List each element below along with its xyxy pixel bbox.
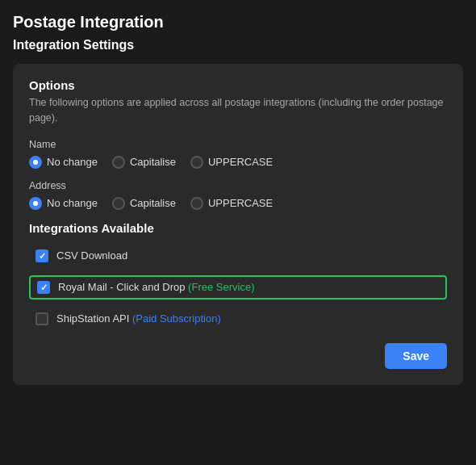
address-uppercase-radio[interactable]	[190, 197, 203, 210]
page-container: Postage Integration Integration Settings…	[13, 13, 463, 385]
address-capitalise-option[interactable]: Capitalise	[112, 197, 176, 210]
name-no-change-option[interactable]: No change	[29, 156, 98, 169]
paid-badge: (Paid Subscription)	[132, 312, 221, 325]
name-label: Name	[29, 139, 447, 150]
name-uppercase-radio[interactable]	[190, 156, 203, 169]
options-title: Options	[29, 78, 447, 92]
settings-card: Options The following options are applie…	[13, 64, 463, 385]
address-no-change-radio[interactable]	[29, 197, 42, 210]
address-capitalise-label: Capitalise	[130, 197, 176, 209]
options-description: The following options are applied across…	[29, 95, 447, 126]
shipstation-label: ShipStation API (Paid Subscription)	[56, 312, 221, 325]
section-title: Integration Settings	[13, 38, 463, 52]
name-uppercase-option[interactable]: UPPERCASE	[190, 156, 273, 169]
name-uppercase-label: UPPERCASE	[208, 156, 273, 168]
address-no-change-label: No change	[47, 197, 98, 209]
name-no-change-label: No change	[47, 156, 98, 168]
address-no-change-option[interactable]: No change	[29, 197, 98, 210]
page-title: Postage Integration	[13, 13, 463, 31]
name-radio-group: No change Capitalise UPPERCASE	[29, 156, 447, 169]
save-button[interactable]: Save	[385, 343, 447, 369]
address-capitalise-radio[interactable]	[112, 197, 125, 210]
free-badge: (Free Service)	[188, 281, 254, 293]
address-radio-group: No change Capitalise UPPERCASE	[29, 197, 447, 210]
name-capitalise-option[interactable]: Capitalise	[112, 156, 176, 169]
address-uppercase-option[interactable]: UPPERCASE	[190, 197, 273, 210]
csv-download-row: CSV Download	[29, 245, 447, 267]
royal-mail-row: Royal Mail - Click and Drop (Free Servic…	[29, 275, 447, 300]
address-label: Address	[29, 180, 447, 191]
name-no-change-radio[interactable]	[29, 156, 42, 169]
royal-mail-checkbox[interactable]	[37, 281, 50, 294]
address-uppercase-label: UPPERCASE	[208, 197, 273, 209]
shipstation-row: ShipStation API (Paid Subscription)	[29, 308, 447, 330]
csv-download-checkbox[interactable]	[35, 249, 48, 262]
shipstation-checkbox[interactable]	[35, 312, 48, 325]
name-capitalise-radio[interactable]	[112, 156, 125, 169]
integrations-title: Integrations Available	[29, 221, 447, 235]
name-capitalise-label: Capitalise	[130, 156, 176, 168]
csv-download-label: CSV Download	[56, 249, 127, 262]
card-footer: Save	[29, 343, 447, 369]
royal-mail-label: Royal Mail - Click and Drop (Free Servic…	[58, 281, 254, 293]
